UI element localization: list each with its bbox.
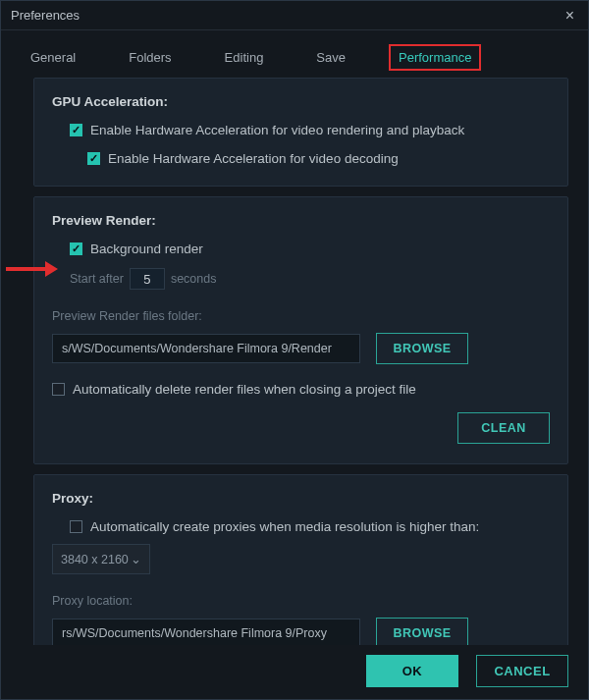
tab-save[interactable]: Save xyxy=(306,44,355,71)
label-proxy-location: Proxy location: xyxy=(52,594,550,608)
checkbox-hw-decode[interactable] xyxy=(87,152,100,165)
content-scroll[interactable]: GPU Acceleration: Enable Hardware Accele… xyxy=(33,78,572,645)
label-hw-decode: Enable Hardware Acceleration for video d… xyxy=(108,151,399,166)
preview-title: Preview Render: xyxy=(52,213,550,228)
section-proxy: Proxy: Automatically create proxies when… xyxy=(33,474,568,645)
chevron-down-icon: ⌄ xyxy=(131,552,141,566)
proxy-location-row: BROWSE xyxy=(52,618,550,645)
tab-performance[interactable]: Performance xyxy=(389,44,481,71)
checkbox-auto-proxy[interactable] xyxy=(70,520,82,533)
label-bg-render: Background render xyxy=(90,242,203,256)
render-folder-row: BROWSE xyxy=(52,333,550,364)
checkbox-hw-render[interactable] xyxy=(70,124,82,136)
tab-bar: General Folders Editing Save Performance xyxy=(1,30,588,84)
proxy-title: Proxy: xyxy=(52,491,550,506)
preferences-window: Preferences × General Folders Editing Sa… xyxy=(0,0,589,700)
cancel-button[interactable]: CANCEL xyxy=(476,655,568,687)
section-preview: Preview Render: Background render Start … xyxy=(33,196,568,464)
tab-editing[interactable]: Editing xyxy=(215,44,274,71)
label-render-folder: Preview Render files folder: xyxy=(52,309,550,323)
checkbox-auto-delete[interactable] xyxy=(52,383,65,396)
label-auto-proxy: Automatically create proxies when media … xyxy=(90,519,479,534)
titlebar: Preferences × xyxy=(1,1,588,30)
label-auto-delete: Automatically delete render files when c… xyxy=(73,382,416,397)
browse-render-button[interactable]: BROWSE xyxy=(376,333,468,364)
dialog-buttons: OK CANCEL xyxy=(366,655,568,687)
input-start-seconds[interactable] xyxy=(130,268,165,290)
input-proxy-location[interactable] xyxy=(52,619,360,645)
clean-button[interactable]: CLEAN xyxy=(457,412,550,444)
section-gpu: GPU Acceleration: Enable Hardware Accele… xyxy=(33,78,568,187)
ok-button[interactable]: OK xyxy=(366,655,458,687)
label-seconds: seconds xyxy=(171,272,217,286)
close-icon[interactable]: × xyxy=(562,6,578,26)
input-render-folder[interactable] xyxy=(52,334,360,363)
label-hw-render: Enable Hardware Acceleration for video r… xyxy=(90,123,464,137)
browse-proxy-button[interactable]: BROWSE xyxy=(376,618,468,645)
window-title: Preferences xyxy=(11,8,80,23)
tab-folders[interactable]: Folders xyxy=(119,44,181,71)
gpu-title: GPU Acceleration: xyxy=(52,94,550,109)
select-proxy-value: 3840 x 2160 xyxy=(61,553,129,566)
tab-general[interactable]: General xyxy=(21,44,85,71)
checkbox-bg-render[interactable] xyxy=(70,242,82,255)
label-start-after: Start after xyxy=(70,272,124,286)
select-proxy-resolution[interactable]: 3840 x 2160 ⌄ xyxy=(52,544,150,574)
